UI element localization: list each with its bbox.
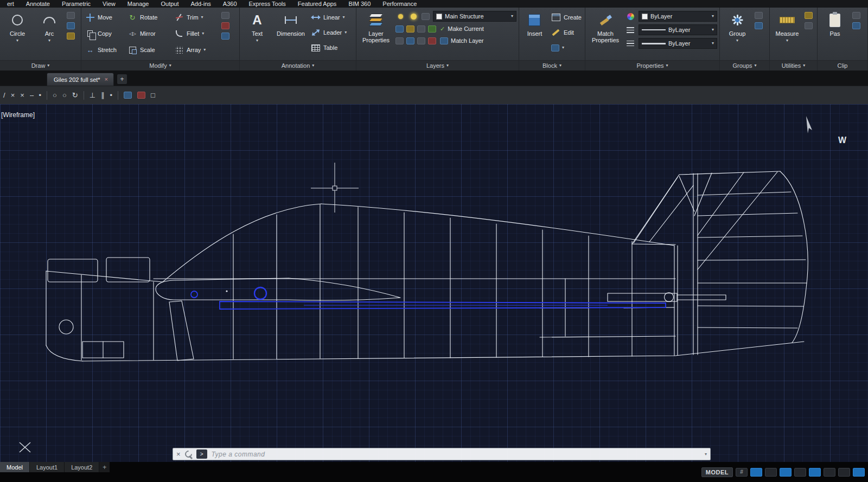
- panel-label-annotation[interactable]: Annotation▾: [240, 60, 356, 70]
- osnap-nearest-icon[interactable]: •: [110, 92, 113, 99]
- copy-button[interactable]: Copy: [84, 26, 126, 41]
- tab-layout2[interactable]: Layout2: [65, 462, 99, 472]
- fillet-button[interactable]: Fillet ▾: [173, 26, 219, 41]
- panel-label-block[interactable]: Block▾: [519, 60, 585, 70]
- edit-block-button[interactable]: Edit: [550, 25, 583, 40]
- command-input[interactable]: [212, 451, 700, 458]
- ellipse-tool-icon[interactable]: [67, 22, 75, 29]
- match-layer-button[interactable]: Match Layer: [439, 36, 485, 46]
- panel-label-properties[interactable]: Properties▾: [585, 60, 719, 70]
- menu-addins[interactable]: Add-ins: [185, 1, 217, 8]
- record-icon[interactable]: [137, 92, 145, 99]
- tab-model[interactable]: Model: [0, 462, 30, 472]
- osnap-perpendicular-icon[interactable]: ⊥: [90, 92, 95, 99]
- object-snap-tracking-icon[interactable]: [809, 468, 821, 477]
- lineweight-list-icon[interactable]: [626, 38, 635, 48]
- ortho-toggle-icon[interactable]: [765, 468, 777, 477]
- scale-button[interactable]: Scale: [126, 42, 173, 57]
- rotate-button[interactable]: ↻ Rotate: [126, 10, 173, 25]
- panel-label-groups[interactable]: Groups▾: [720, 60, 769, 70]
- pickbox-icon[interactable]: □: [151, 92, 155, 99]
- measure-button[interactable]: Measure ▾: [773, 10, 802, 43]
- leader-button[interactable]: Leader ▾: [310, 25, 348, 40]
- panel-label-draw[interactable]: Draw▾: [0, 60, 81, 70]
- id-point-icon[interactable]: [805, 22, 813, 29]
- linetype-dropdown[interactable]: ByLayer ▾: [639, 24, 717, 35]
- osnap-intersection-icon[interactable]: ×: [11, 92, 15, 99]
- document-tab[interactable]: Giles 202 full set* ×: [47, 73, 114, 86]
- linetype-list-icon[interactable]: [626, 25, 635, 35]
- make-current-button[interactable]: ✓ Make Current: [439, 24, 485, 34]
- dimension-button[interactable]: Dimension: [275, 10, 307, 37]
- panel-label-modify[interactable]: Modify▾: [81, 60, 239, 70]
- menu-express-tools[interactable]: Express Tools: [243, 1, 292, 8]
- new-layout-button[interactable]: +: [99, 462, 110, 472]
- layer-thaw-icon[interactable]: [406, 37, 414, 44]
- layer-sun-icon[interactable]: [409, 11, 418, 21]
- menu-parametric[interactable]: Parametric: [56, 1, 97, 8]
- layer-on-icon[interactable]: [428, 25, 436, 33]
- selected-pushrod[interactable]: [191, 287, 666, 309]
- osnap-toggle-icon[interactable]: [794, 468, 806, 477]
- layer-delete-icon[interactable]: [428, 37, 436, 44]
- cut-clip-icon[interactable]: [852, 22, 860, 29]
- mirror-button[interactable]: ◁▷ Mirror: [126, 26, 173, 41]
- object-color-dropdown[interactable]: ByLayer ▾: [639, 11, 717, 22]
- osnap-point-icon[interactable]: •: [39, 92, 41, 99]
- polar-toggle-icon[interactable]: [780, 468, 792, 477]
- panel-label-utilities[interactable]: Utilities▾: [770, 60, 817, 70]
- quick-calc-icon[interactable]: [805, 12, 813, 19]
- menu-performance[interactable]: Performance: [376, 1, 423, 8]
- layer-isolate-icon[interactable]: [422, 13, 430, 20]
- offset-tool-icon[interactable]: [221, 33, 229, 40]
- color-wheel-icon[interactable]: [626, 11, 635, 21]
- layer-unlock-icon[interactable]: [417, 37, 425, 44]
- layer-properties-button[interactable]: Layer Properties: [359, 10, 393, 43]
- model-space-toggle[interactable]: MODEL: [701, 467, 733, 477]
- copy-clip-icon[interactable]: [852, 12, 860, 19]
- circle-button[interactable]: Circle ▾: [3, 10, 32, 43]
- menu-featured-apps[interactable]: Featured Apps: [292, 1, 343, 8]
- create-block-button[interactable]: Create: [550, 10, 583, 25]
- paste-button[interactable]: Pas: [820, 10, 850, 37]
- trim-button[interactable]: Trim ▾: [173, 10, 219, 25]
- osnap-line-icon[interactable]: /: [3, 92, 5, 99]
- menu-manage[interactable]: Manage: [122, 1, 155, 8]
- new-tab-button[interactable]: +: [117, 74, 127, 84]
- insert-button[interactable]: Insert: [522, 10, 547, 37]
- array-button[interactable]: Array ▾: [173, 42, 219, 57]
- hatch-tool-icon[interactable]: [67, 33, 75, 40]
- linear-button[interactable]: Linear ▾: [310, 10, 348, 25]
- match-properties-button[interactable]: Match Properties: [588, 10, 623, 43]
- layer-select-dropdown[interactable]: Main Structure ▾: [433, 11, 516, 22]
- text-button[interactable]: A Text ▾: [242, 10, 272, 43]
- tab-layout1[interactable]: Layout1: [30, 462, 65, 472]
- menu-bim360[interactable]: BIM 360: [342, 1, 376, 8]
- layer-freeze-icon[interactable]: [395, 25, 404, 33]
- table-button[interactable]: Table: [310, 40, 348, 55]
- stretch-button[interactable]: ↔ Stretch: [84, 42, 126, 57]
- dynamic-input-toggle-icon[interactable]: [838, 468, 850, 477]
- tab-close-icon[interactable]: ×: [105, 76, 108, 82]
- measure-quick-icon[interactable]: [124, 92, 132, 99]
- lineweight-toggle-icon[interactable]: [824, 468, 835, 477]
- menu-insert[interactable]: ert: [1, 1, 20, 8]
- ungroup-icon[interactable]: [755, 12, 763, 19]
- menu-view[interactable]: View: [97, 1, 122, 8]
- panel-label-layers[interactable]: Layers▾: [356, 60, 519, 70]
- osnap-center-icon[interactable]: ○: [53, 92, 57, 99]
- command-history-chevron-icon[interactable]: ▾: [705, 452, 707, 457]
- command-customize-wrench-icon[interactable]: [185, 451, 192, 458]
- group-edit-icon[interactable]: [755, 22, 763, 29]
- panel-label-clipboard[interactable]: Clip: [818, 60, 867, 70]
- layer-lock-icon[interactable]: [406, 25, 414, 33]
- osnap-parallel-icon[interactable]: ∥: [101, 92, 105, 99]
- menu-output[interactable]: Output: [155, 1, 185, 8]
- model-space-canvas[interactable]: [Wireframe] W: [0, 104, 868, 462]
- osnap-apparent-intersection-icon[interactable]: ×: [20, 92, 24, 99]
- rectangle-tool-icon[interactable]: [67, 12, 75, 19]
- command-close-icon[interactable]: ×: [176, 451, 181, 458]
- menu-a360[interactable]: A360: [217, 1, 243, 8]
- group-button[interactable]: Group ▾: [723, 10, 752, 43]
- annotation-scale-icon[interactable]: [853, 468, 865, 477]
